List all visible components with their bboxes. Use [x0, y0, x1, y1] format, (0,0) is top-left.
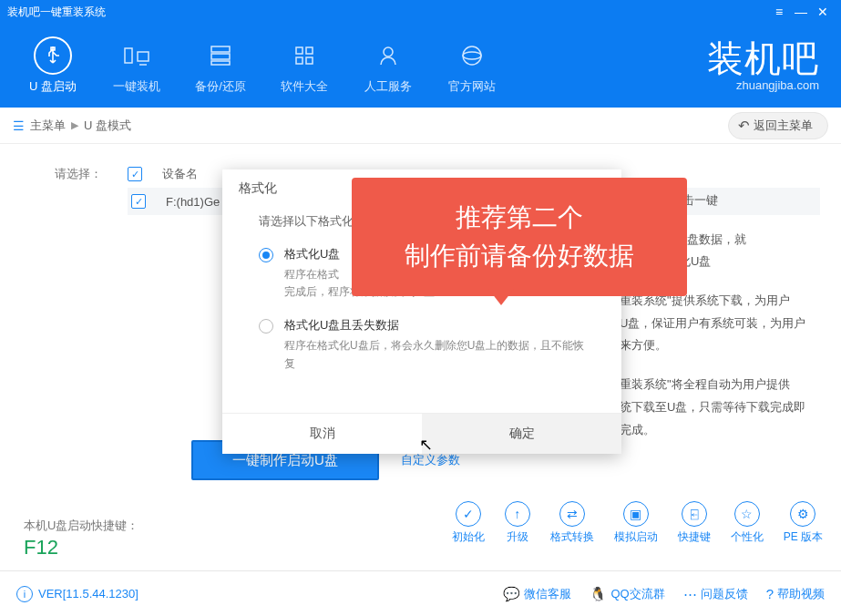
hotkey-key: F12 [24, 536, 138, 560]
star-icon: ☆ [734, 501, 760, 527]
svg-rect-1 [138, 52, 149, 61]
svg-rect-0 [125, 48, 132, 63]
action-simulate[interactable]: ▣模拟启动 [614, 501, 658, 545]
wechat-support-link[interactable]: 💬微信客服 [503, 586, 571, 602]
grid-icon [285, 36, 323, 75]
help-video-link[interactable]: ?帮助视频 [766, 586, 825, 602]
chevron-right-icon: ▶ [71, 119, 78, 131]
tool-label: 人工服务 [364, 78, 412, 95]
qq-icon: 🐧 [590, 586, 607, 602]
svg-rect-6 [306, 47, 313, 54]
minimize-button[interactable]: ― [790, 5, 812, 19]
action-format[interactable]: ⇄格式转换 [550, 501, 594, 545]
svg-point-10 [463, 46, 481, 65]
option2-title: 格式化U盘且丢失数据 [284, 317, 594, 334]
please-select-label: 请选择： [55, 166, 102, 182]
wechat-icon: 💬 [503, 586, 520, 602]
tool-one-click[interactable]: 一键装机 [95, 29, 179, 102]
close-button[interactable]: ✕ [812, 5, 834, 19]
swap-icon: ⇄ [559, 501, 585, 527]
computers-icon [118, 36, 156, 75]
option2-desc: 程序在格式化U盘后，将会永久删除您U盘上的数据，且不能恢复 [284, 337, 594, 372]
window-title: 装机吧一键重装系统 [7, 5, 768, 20]
callout-line2: 制作前请备份好数据 [405, 237, 634, 275]
device-checkbox[interactable]: ✓ [131, 194, 146, 209]
breadcrumb-current: U 盘模式 [84, 118, 131, 134]
cancel-button[interactable]: 取消 [222, 414, 422, 454]
tool-label: 官方网站 [448, 78, 496, 95]
back-to-main-button[interactable]: ↶ 返回主菜单 [728, 112, 828, 139]
svg-point-9 [384, 47, 393, 56]
svg-rect-8 [306, 57, 313, 64]
tool-usb-boot[interactable]: U 盘启动 [11, 29, 95, 102]
svg-point-11 [463, 52, 481, 59]
help-icon: ? [766, 586, 774, 601]
server-icon [201, 36, 240, 75]
action-upgrade[interactable]: ↑升级 [505, 501, 530, 545]
svg-rect-7 [296, 57, 303, 64]
device-table-header: ✓ 设备名 [128, 160, 198, 188]
svg-rect-4 [211, 61, 230, 65]
back-arrow-icon: ↶ [738, 118, 750, 134]
tool-website[interactable]: 官方网站 [430, 29, 514, 102]
back-label: 返回主菜单 [754, 118, 813, 134]
check-icon: ✓ [456, 501, 481, 527]
breadcrumb-root[interactable]: 主菜单 [30, 118, 66, 134]
version-text: VER[11.5.44.1230] [38, 587, 138, 601]
tool-support[interactable]: 人工服务 [346, 29, 430, 102]
action-customize[interactable]: ☆个性化 [731, 501, 764, 545]
radio-unselected-icon[interactable] [259, 319, 273, 334]
list-icon: ☰ [13, 118, 25, 133]
usb-icon [34, 36, 72, 75]
qq-group-link[interactable]: 🐧QQ交流群 [590, 586, 664, 602]
callout-line1: 推荐第二个 [456, 199, 583, 237]
select-all-checkbox[interactable]: ✓ [128, 167, 142, 181]
device-name: F:(hd1)Ge [166, 195, 220, 209]
info-icon: i [16, 586, 33, 602]
tool-label: U 盘启动 [29, 78, 77, 95]
svg-rect-5 [296, 47, 303, 54]
svg-rect-2 [211, 46, 230, 52]
format-option-lose-data[interactable]: 格式化U盘且丢失数据 程序在格式化U盘后，将会永久删除您U盘上的数据，且不能恢复 [259, 317, 594, 372]
radio-selected-icon[interactable] [259, 248, 273, 262]
chat-icon: ⋯ [683, 586, 697, 602]
up-icon: ↑ [505, 501, 530, 527]
tool-software[interactable]: 软件大全 [262, 29, 346, 102]
action-init[interactable]: ✓初始化 [452, 501, 485, 545]
tool-label: 一键装机 [113, 78, 160, 95]
col-device-label: 设备名 [162, 166, 198, 182]
tool-backup[interactable]: 备份/还原 [179, 29, 262, 102]
action-pe-version[interactable]: ⚙PE 版本 [784, 501, 823, 545]
tool-label: 软件大全 [281, 78, 328, 95]
play-icon: ▣ [623, 501, 649, 527]
tool-label: 备份/还原 [195, 78, 246, 95]
logo: 装机吧 zhuangjiba.com [707, 40, 830, 92]
person-icon [369, 36, 407, 75]
gear-icon: ⚙ [790, 501, 815, 527]
custom-params-link[interactable]: 自定义参数 [401, 452, 460, 468]
logo-url: zhuangjiba.com [707, 78, 819, 92]
breadcrumb: ☰ 主菜单 ▶ U 盘模式 ↶ 返回主菜单 [0, 108, 841, 144]
globe-icon [453, 36, 491, 75]
mouse-icon: ⍇ [682, 501, 707, 527]
ok-button[interactable]: 确定 [422, 414, 621, 454]
main-toolbar: U 盘启动 一键装机 备份/还原 软件大全 人工服务 官方网站 装机吧 zhua… [0, 24, 841, 108]
hotkey-label: 本机U盘启动快捷键： [24, 518, 138, 534]
action-hotkey[interactable]: ⍇快捷键 [678, 501, 711, 545]
feedback-link[interactable]: ⋯问题反馈 [683, 586, 748, 602]
callout-tip: 推荐第二个 制作前请备份好数据 [352, 178, 687, 296]
menu-icon[interactable]: ≡ [768, 5, 790, 19]
svg-rect-3 [211, 54, 230, 59]
logo-text: 装机吧 [707, 40, 819, 77]
